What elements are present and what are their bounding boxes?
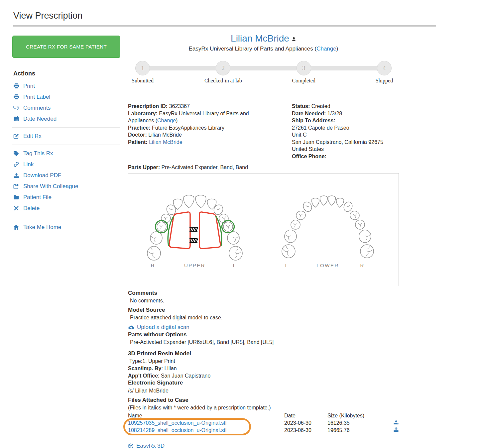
upload-digital-scan-link[interactable]: Upload a digital scan [128,324,399,331]
sidebar-item-tag-this-rx[interactable]: Tag This Rx [12,148,120,159]
patient-header: Lilian McBride EasyRx Universal Library … [128,33,399,52]
sidebar-divider [12,145,120,145]
sidebar-item-print[interactable]: Print [12,80,120,91]
comments-body: No comments. [130,297,399,304]
sidebar-item-label: Download PDF [23,172,61,179]
appt-office-value: : San Juan Capistrano [158,373,210,379]
practice-value: Future EasyAppliances Library [152,125,224,131]
cube-icon [128,443,134,448]
file-link[interactable]: 109257035_shell_occlusion_u-Original.stl [128,420,226,426]
address-line: San Juan Capistrano, California 92675 [292,139,399,146]
download-file-icon[interactable] [393,419,399,425]
lab-subtitle-text: EasyRx Universal Library of Parts and Ap… [189,46,317,52]
sidebar-item-label: Print [23,83,35,89]
user-icon [292,37,296,42]
sidebar-item-comments[interactable]: Comments [12,102,120,113]
step-circle: 2 [216,61,230,75]
model-source-heading: Model Source [128,307,399,313]
laboratory-row: Laboratory: EasyRx Universal Library of … [128,110,271,124]
prescription-main: Lilian McBride EasyRx Universal Library … [128,33,399,448]
title-divider [13,25,436,27]
sidebar-item-date-needed[interactable]: Date Needed [12,113,120,124]
sidebar-item-label: Delete [23,205,40,212]
scan-by-value: : Lilian [161,366,177,371]
sidebar-item-share-with-colleague[interactable]: Share With Colleague [12,181,120,192]
sidebar-item-download-pdf[interactable]: Download PDF [12,170,120,181]
signature-value: /s/ Lilian McBride [128,387,399,395]
easyrx-3d-link[interactable]: EasyRx 3D [128,443,399,448]
address-line: United States [292,146,399,153]
model-source-body: Practice attached digital model to case. [130,314,399,321]
lower-arch-title: LOWER [316,263,339,268]
file-link[interactable]: 108214289_shell_occlusion_u-Original.stl [128,427,226,433]
top-divider [0,4,478,4]
edit-icon [13,133,19,139]
status-row: Status: Created [292,103,399,110]
resin-model-type-row: Type:1. Upper Print [129,358,399,365]
status-progress-bar: 1 Submitted 2 Checked-in at lab 3 Comple… [128,61,399,85]
step-circle: 4 [377,61,392,75]
address-line: 27261 Capote de Paseo [292,124,399,132]
change-lab-link[interactable]: Change [316,46,336,52]
sidebar-item-label: Patient File [23,194,52,201]
download-file-icon[interactable] [393,427,399,432]
sidebar-item-edit-rx[interactable]: Edit Rx [12,131,120,142]
lower-arch-left-label: L [285,263,288,268]
parts-upper-label: Parts Upper: [128,165,160,170]
type-label: Type: [129,358,142,364]
upper-arch-title: UPPER [184,263,205,268]
sidebar-item-label: Edit Rx [23,133,42,140]
parts-upper-value: Pre-Activated Expander, Band, Band [161,165,248,170]
home-icon [13,224,19,230]
sidebar-item-patient-file[interactable]: Patient File [12,192,120,203]
patient-name-link[interactable]: Lilian McBride [231,33,289,44]
dental-chart-box: R UPPER L [128,173,399,286]
lab-subtitle-text: ) [336,46,338,52]
file-size: 16126.35 [327,419,390,427]
lab-subtitle: EasyRx Universal Library of Parts and Ap… [128,46,399,52]
patient-row: Patient: Lilian McBride [128,139,271,146]
create-rx-same-patient-button[interactable]: CREATE RX FOR SAME PATIENT [12,36,120,58]
sidebar-item-print-label[interactable]: Print Label [12,91,120,102]
progress-step-checked-in: 2 Checked-in at lab [216,61,230,84]
files-table-header: Name Date Size (Kilobytes) [128,412,399,419]
sidebar-item-label: Comments [23,105,51,111]
field-label: Scan/Imp. By [128,366,161,371]
details-left-column: Prescription ID: 3623367 Laboratory: Eas… [128,103,292,160]
upper-arch-right-label: R [151,263,155,268]
x-icon [13,205,19,211]
office-phone-row: Office Phone: [292,153,399,160]
date-needed-value: 1/3/28 [327,111,342,116]
sidebar-item-take-me-home[interactable]: Take Me Home [12,222,120,233]
resin-model-heading: 3D Printed Resin Model [128,350,399,357]
sidebar-divider [12,127,120,128]
ship-to-label: Ship To Address: [292,117,399,124]
parts-without-options-body: Pre-Activated Expander [UR6xUL6], Band [… [130,339,399,346]
sidebar-item-label: Link [23,161,34,168]
actions-sidebar: CREATE RX FOR SAME PATIENT Actions Print… [12,33,120,233]
sidebar-item-label: Print Label [23,94,50,100]
patient-link[interactable]: Lilian McBride [149,139,182,145]
printer-icon [13,94,19,100]
upper-arch-diagram: R UPPER L [140,190,250,273]
files-note: (Files in italics with * were added by a… [128,404,399,411]
tag-icon [13,151,19,156]
cloud-upload-icon [128,325,134,330]
field-label: Patient: [128,139,148,145]
sidebar-item-label: Tag This Rx [23,150,53,157]
download-icon [13,172,19,178]
step-label: Completed [292,78,315,84]
comments-icon [13,105,19,111]
upper-arch-left-label: L [233,263,236,268]
sidebar-item-delete[interactable]: Delete [12,203,120,214]
field-label: Laboratory: [128,111,158,116]
link-icon [13,162,19,167]
files-table: Name Date Size (Kilobytes) 109257035_she… [128,412,399,434]
sidebar-divider [12,220,120,220]
step-circle: 1 [135,61,150,75]
change-laboratory-link[interactable]: Change [157,118,176,123]
sidebar-item-link[interactable]: Link [12,159,120,170]
details-right-column: Status: Created Date Needed: 1/3/28 Ship… [292,103,399,160]
lower-arch-right-label: R [360,263,364,268]
calendar-icon [13,116,19,122]
